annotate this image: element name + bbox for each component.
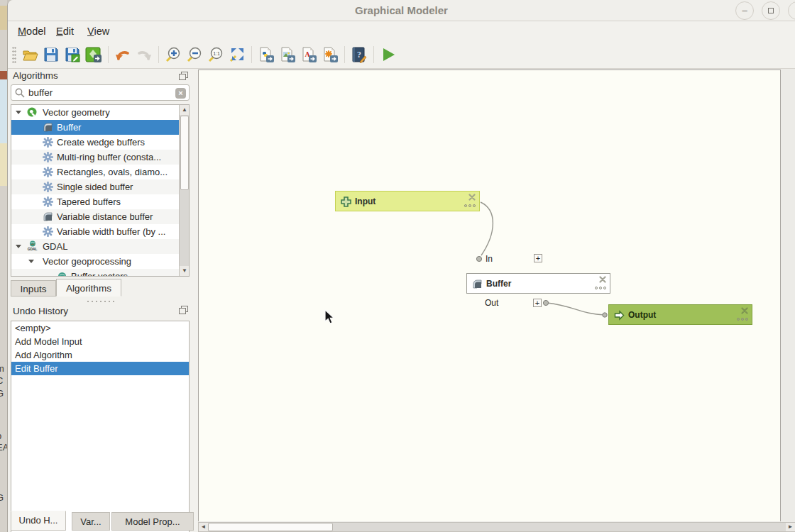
canvas-scrollbar-thumb[interactable]	[208, 523, 333, 531]
undo-button[interactable]	[112, 44, 133, 65]
scroll-left-icon[interactable]: ◄	[199, 523, 208, 531]
model-scene[interactable]: Input In + Buffer Ou	[198, 70, 781, 521]
gear-icon	[43, 137, 53, 148]
model-node-input[interactable]: Input	[335, 191, 480, 211]
minimize-button[interactable]: –	[735, 1, 754, 20]
toolbar-grip[interactable]	[12, 46, 16, 63]
tree-item-create-wedge-buffers[interactable]: Create wedge buffers	[11, 135, 189, 150]
model-node-output[interactable]: Output	[608, 304, 752, 325]
canvas-horizontal-scrollbar[interactable]: ◄ ►	[198, 522, 795, 532]
tree-item-vector-geoprocessing[interactable]: Vector geoprocessing	[11, 254, 189, 269]
expand-arrow-icon[interactable]	[16, 111, 21, 114]
tab-variables[interactable]: Var...	[72, 512, 110, 531]
export-as-svg-button[interactable]	[319, 44, 341, 65]
expand-inputs-button[interactable]: +	[534, 254, 542, 262]
undo-item-edit-buffer[interactable]: Edit Buffer	[11, 362, 189, 375]
title-bar[interactable]: Graphical Modeler – ×	[8, 0, 795, 21]
float-panel-icon[interactable]	[179, 306, 188, 314]
menu-model[interactable]: Model	[15, 24, 49, 38]
tree-item-buffer-vectors[interactable]: Buffer vectors	[11, 269, 189, 277]
tree-item-single-sided-buffer[interactable]: Single sided buffer	[11, 179, 189, 194]
model-node-buffer[interactable]: Buffer	[466, 273, 610, 294]
left-dock: Algorithms × Vector geometry	[8, 69, 194, 532]
expand-node-icon[interactable]	[737, 318, 748, 321]
save-model-as-button[interactable]	[62, 44, 83, 65]
background-text-fragment: G	[0, 492, 6, 503]
gdal-provider-icon: GDAL	[27, 240, 38, 251]
menu-edit[interactable]: Edit	[53, 24, 77, 38]
tree-item-tapered-buffers[interactable]: Tapered buffers	[11, 194, 189, 209]
maximize-button[interactable]	[762, 1, 780, 20]
zoom-out-button[interactable]	[184, 44, 205, 65]
dock-splitter-handle[interactable]	[86, 300, 114, 303]
zoom-in-button[interactable]	[163, 44, 184, 65]
scroll-up-icon[interactable]: ▲	[180, 105, 190, 115]
tab-model-properties[interactable]: Model Prop...	[111, 512, 194, 531]
undo-icon	[115, 47, 131, 62]
tree-item-rectangles-ovals[interactable]: Rectangles, ovals, diamo...	[11, 165, 189, 179]
zoom-full-button[interactable]	[226, 44, 248, 65]
expand-arrow-icon[interactable]	[28, 260, 34, 263]
tree-scrollbar[interactable]: ▲ ▼	[179, 105, 189, 276]
gear-icon	[43, 152, 53, 162]
tree-item-multi-ring-buffer[interactable]: Multi-ring buffer (consta...	[11, 150, 189, 165]
run-model-button[interactable]	[378, 44, 399, 65]
background-toolbar-fragment	[0, 6, 7, 30]
search-input[interactable]	[28, 86, 170, 99]
socket-buffer-out[interactable]	[543, 300, 548, 305]
gear-icon	[43, 196, 53, 207]
delete-node-icon[interactable]	[599, 276, 606, 283]
tab-algorithms[interactable]: Algorithms	[56, 279, 121, 297]
svg-text:1:1: 1:1	[213, 51, 220, 56]
redo-button[interactable]	[133, 44, 155, 65]
save-model-in-project-button[interactable]	[83, 44, 104, 65]
scroll-right-icon[interactable]: ►	[786, 523, 795, 531]
undo-item-add-algorithm[interactable]: Add Algorithm	[11, 348, 189, 362]
zoom-actual-icon: 1:1	[207, 46, 224, 63]
help-button[interactable]: ?	[349, 44, 370, 65]
toolbar-separator	[108, 46, 109, 63]
expand-node-icon[interactable]	[464, 204, 476, 208]
save-model-button[interactable]	[40, 44, 62, 65]
background-map-fragment	[0, 71, 7, 79]
tree-item-gdal[interactable]: GDAL GDAL	[11, 239, 189, 254]
tree-item-buffer[interactable]: Buffer	[11, 120, 189, 135]
export-as-pdf-button[interactable]: A	[298, 44, 319, 65]
expand-outputs-button[interactable]: +	[533, 299, 542, 307]
export-as-image-button[interactable]	[277, 44, 298, 65]
zoom-full-icon	[229, 46, 246, 63]
wire-buffer-to-output	[547, 303, 604, 315]
zoom-actual-button[interactable]: 1:1	[205, 44, 226, 65]
qgis-provider-icon	[27, 107, 38, 118]
gear-icon	[43, 226, 53, 237]
tree-item-variable-distance-buffer[interactable]: Variable distance buffer	[11, 209, 189, 224]
socket-buffer-in[interactable]	[476, 256, 481, 261]
undo-item-empty[interactable]: <empty>	[11, 321, 189, 335]
mouse-cursor	[324, 309, 337, 325]
background-map-fragment	[0, 143, 7, 186]
open-model-icon	[21, 46, 38, 63]
delete-node-icon[interactable]	[468, 194, 476, 201]
tab-inputs[interactable]: Inputs	[11, 280, 56, 297]
expand-arrow-icon[interactable]	[16, 245, 21, 248]
connection-wires	[199, 70, 782, 522]
redo-icon	[136, 47, 152, 62]
scroll-down-icon[interactable]: ▼	[180, 266, 190, 276]
menu-view[interactable]: View	[84, 24, 112, 38]
float-panel-icon[interactable]	[179, 72, 188, 80]
tree-scrollbar-thumb[interactable]	[180, 116, 189, 190]
toolbar-separator	[251, 46, 252, 63]
clear-search-icon[interactable]: ×	[175, 88, 186, 99]
tree-item-variable-width-buffer[interactable]: Variable width buffer (by ...	[11, 224, 189, 239]
socket-output-in[interactable]	[603, 313, 607, 317]
expand-node-icon[interactable]	[595, 287, 606, 290]
delete-node-icon[interactable]	[741, 307, 748, 314]
tab-undo-history[interactable]: Undo H...	[11, 511, 66, 531]
undo-item-add-model-input[interactable]: Add Model Input	[11, 335, 189, 348]
background-app-edge: m C G o EA G	[0, 0, 7, 532]
open-model-button[interactable]	[19, 44, 40, 65]
tree-item-vector-geometry[interactable]: Vector geometry	[11, 105, 189, 120]
graphical-modeler-window: Graphical Modeler – × Model Edit View	[7, 0, 795, 532]
export-as-svg-icon	[322, 46, 339, 63]
export-as-python-button[interactable]	[256, 44, 277, 65]
